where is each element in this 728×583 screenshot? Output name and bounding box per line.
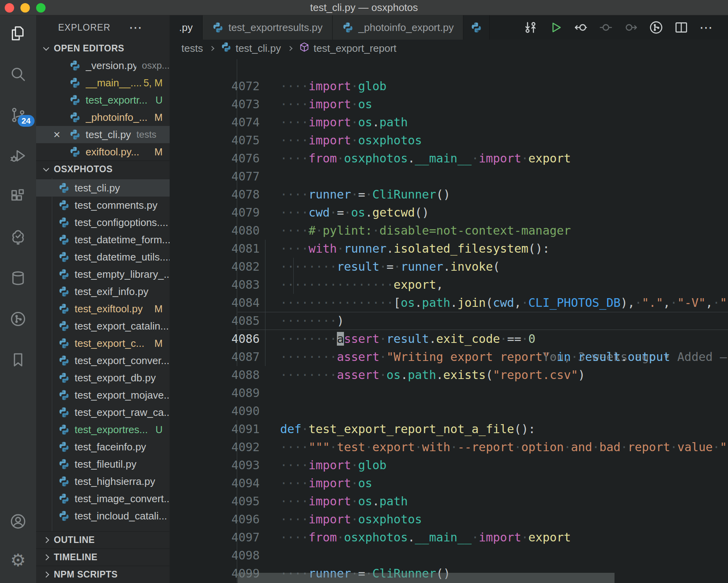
activity-item-gitlens[interactable] — [0, 310, 36, 328]
tree-item-test_fileutil.py[interactable]: test_fileutil.py — [36, 455, 170, 473]
close-window-button[interactable] — [5, 3, 14, 13]
code-line-4091[interactable]: 4091def·test_export_report_not_a_file(): — [170, 402, 728, 420]
code-line-4087[interactable]: 4087········assert·"Writing export repor… — [170, 330, 728, 348]
horizontal-scrollbar[interactable] — [238, 573, 615, 583]
split-editor-icon[interactable] — [673, 19, 690, 36]
activity-item-source-control[interactable]: 24 — [0, 106, 36, 124]
code-line-4077[interactable]: 4077 — [170, 149, 728, 168]
code-line-4098[interactable]: 4098 — [170, 528, 728, 547]
code-line-4075[interactable]: 4075····import·osxphotos — [170, 113, 728, 131]
code-line-4097[interactable]: 4097····from·osxphotos.__main__·import·e… — [170, 510, 728, 528]
run-file-icon[interactable] — [547, 19, 564, 36]
file-tree: test_cli.py test_comments.py test_config… — [36, 178, 170, 531]
zoom-window-button[interactable] — [36, 3, 46, 13]
breadcrumb-item-test_cli.py[interactable]: test_cli.py — [221, 42, 281, 55]
tree-item-test_exif_info.py[interactable]: test_exif_info.py — [36, 283, 170, 300]
tree-item-test_empty_library_...[interactable]: test_empty_library_... — [36, 266, 170, 283]
code-line-4085[interactable]: 4085········) — [170, 294, 728, 312]
open-editor-test_exportr...[interactable]: test_exportr... U — [36, 91, 170, 109]
editor-tab-test_exportresults.py[interactable]: test_exportresults.py — [203, 15, 333, 40]
tree-item-test_incloud_catali...[interactable]: test_incloud_catali... — [36, 507, 170, 525]
code-line-4079[interactable]: 4079····cwd·=·os.getcwd() — [170, 186, 728, 204]
python-icon — [69, 94, 81, 106]
code-line-4073[interactable]: 4073····import·os — [170, 77, 728, 95]
tree-item-test_datetime_utils....[interactable]: test_datetime_utils.... — [36, 248, 170, 266]
record-dash-icon[interactable] — [598, 19, 614, 36]
code-line-4088[interactable]: 4088········assert·os.path.exists("repor… — [170, 348, 728, 366]
code-line-4089[interactable]: 4089 — [170, 366, 728, 384]
npm-scripts-section-header[interactable]: NPM SCRIPTS — [36, 566, 170, 583]
breadcrumb-item-tests[interactable]: tests — [181, 42, 203, 55]
python-icon — [58, 424, 70, 435]
tree-item-test_export_raw_ca...[interactable]: test_export_raw_ca... — [36, 404, 170, 421]
settings-gear-icon[interactable]: ⚙ — [0, 552, 36, 569]
editor-tab-_photoinfo_export.py[interactable]: _photoinfo_export.py — [333, 15, 464, 40]
tree-item-test_faceinfo.py[interactable]: test_faceinfo.py — [36, 438, 170, 455]
activity-item-extensions[interactable] — [0, 188, 36, 205]
activity-item-run-debug[interactable] — [0, 147, 36, 164]
tree-item-test_export_c...[interactable]: test_export_c... M — [36, 335, 170, 352]
open-editor-test_cli.py[interactable]: × test_cli.py tests — [36, 126, 170, 143]
tree-item-test_export_conver...[interactable]: test_export_conver... — [36, 352, 170, 369]
open-editor-_version.py[interactable]: _version.py osxp... — [36, 57, 170, 74]
close-icon[interactable]: × — [53, 127, 69, 142]
code-line-4072[interactable]: 4072····import·glob — [170, 59, 728, 77]
file-name: test_export_db.py — [75, 372, 156, 384]
code-line-4086[interactable]: 4086········assert·result.exit_code·==·0… — [170, 312, 728, 330]
folder-section-header[interactable]: OSXPHOTOS — [36, 160, 170, 178]
code-line-4074[interactable]: 4074····import·os.path — [170, 95, 728, 113]
tree-item-test_exportres...[interactable]: test_exportres... U — [36, 421, 170, 438]
account-icon[interactable] — [0, 513, 36, 530]
tree-item-test_image_convert...[interactable]: test_image_convert... — [36, 490, 170, 507]
tree-item-test_configoptions....[interactable]: test_configoptions.... — [36, 214, 170, 231]
activity-item-database[interactable] — [0, 270, 36, 287]
activity-item-bookmarks[interactable] — [0, 351, 36, 368]
continue-forward-icon[interactable] — [623, 19, 639, 36]
code-line-4092[interactable]: 4092····"""·test·export·with·--report·op… — [170, 420, 728, 438]
breadcrumb-item-test_export_report[interactable]: test_export_report — [299, 42, 397, 55]
compare-changes-icon[interactable] — [522, 19, 539, 36]
code-line-4083[interactable]: 4083················export, — [170, 258, 728, 276]
explorer-sidebar: EXPLORER ⋯ OPEN EDITORS _version.py osxp… — [36, 15, 170, 583]
code-line-4095[interactable]: 4095····import·os.path — [170, 474, 728, 492]
indent-guide — [237, 258, 237, 276]
code-line-4096[interactable]: 4096····import·osxphotos — [170, 492, 728, 510]
open-editor-exiftool.py...[interactable]: exiftool.py... M — [36, 143, 170, 160]
tree-item-test_export_db.py[interactable]: test_export_db.py — [36, 369, 170, 386]
step-back-icon[interactable] — [573, 19, 589, 36]
code-line-4080[interactable]: 4080····#·pylint:·disable=not-context-ma… — [170, 204, 728, 222]
code-line-4076[interactable]: 4076····from·osxphotos.__main__·import·e… — [170, 131, 728, 149]
tree-item-test_highsierra.py[interactable]: test_highsierra.py — [36, 473, 170, 490]
tree-item-test_exiftool.py[interactable]: test_exiftool.py M — [36, 300, 170, 317]
code-line-4090[interactable]: 4090 — [170, 384, 728, 402]
activity-item-search[interactable] — [0, 66, 36, 83]
code-line-4082[interactable]: 4082········result·=·runner.invoke( — [170, 240, 728, 258]
open-editor-__main__....[interactable]: __main__.... 5, M — [36, 74, 170, 91]
gitlens-icon[interactable] — [648, 19, 664, 36]
tree-item-test_export_mojave...[interactable]: test_export_mojave... — [36, 386, 170, 404]
code-line-4084[interactable]: 4084················[os.path.join(cwd,·C… — [170, 276, 728, 294]
tree-item-test_cli.py[interactable]: test_cli.py — [36, 179, 170, 197]
editor-tab-.py[interactable]: .py — [170, 15, 203, 40]
code-line-4081[interactable]: 4081····with·runner.isolated_filesystem(… — [170, 222, 728, 240]
tree-item-test_export_catalin...[interactable]: test_export_catalin... — [36, 317, 170, 335]
minimize-window-button[interactable] — [20, 3, 30, 13]
code-line-4093[interactable]: 4093····import·glob — [170, 438, 728, 456]
vscode-window: test_cli.py — osxphotos 24 ⚙ — [0, 0, 728, 583]
code-editor[interactable]: 4072····import·glob 4073····import·os 40… — [170, 57, 728, 583]
code-line-4078[interactable]: 4078····runner·=·CliRunner() — [170, 168, 728, 186]
open-editor-_photoinfo_...[interactable]: _photoinfo_... M — [36, 109, 170, 126]
activity-item-testing-tree[interactable] — [0, 229, 36, 246]
activity-item-files[interactable] — [0, 25, 36, 42]
timeline-section-header[interactable]: TIMELINE — [36, 548, 170, 566]
code-line-4094[interactable]: 4094····import·os — [170, 456, 728, 474]
editor-group: .py test_exportresults.py _photoinfo_exp… — [170, 15, 728, 583]
open-editors-section-header[interactable]: OPEN EDITORS — [36, 40, 170, 57]
tree-item-test_datetime_form...[interactable]: test_datetime_form... — [36, 231, 170, 248]
outline-section-header[interactable]: OUTLINE — [36, 531, 170, 548]
editor-tab[interactable] — [463, 15, 490, 40]
tree-item-test_comments.py[interactable]: test_comments.py — [36, 197, 170, 214]
more-actions-icon[interactable]: ⋯ — [129, 24, 142, 31]
code-line-4099[interactable]: 4099····runner·=·CliRunner() — [170, 547, 728, 565]
more-actions-icon[interactable]: ⋯ — [698, 19, 715, 36]
